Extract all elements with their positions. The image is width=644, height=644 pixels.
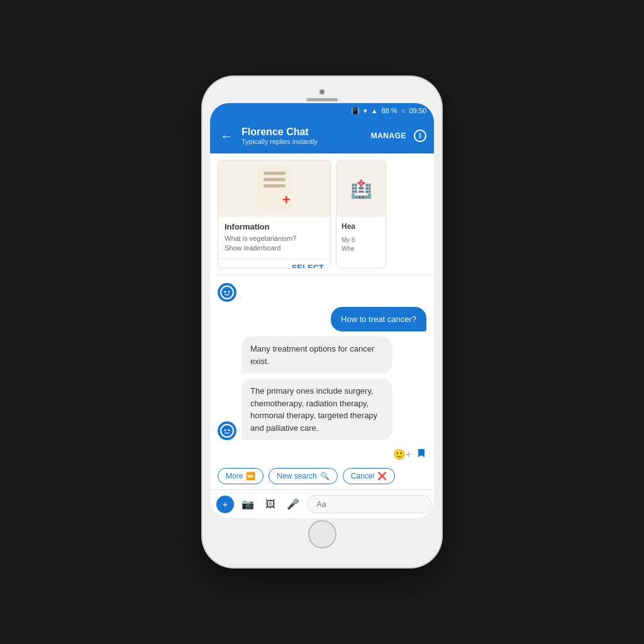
svg-point-2	[228, 291, 230, 292]
vibrate-icon: 📳	[351, 107, 360, 115]
camera-button[interactable]: 📷	[239, 496, 257, 513]
message-input[interactable]	[307, 495, 431, 513]
manage-button[interactable]: MANAGE	[371, 131, 406, 140]
card-label: Information	[218, 217, 330, 234]
bot-avatar	[218, 283, 236, 302]
cancel-button[interactable]: Cancel ❌	[343, 468, 395, 484]
svg-point-0	[221, 286, 233, 299]
phone-shell: 📳 ▾ ▲ 88 % ○ 09:50 ← Florence Chat Typic…	[203, 77, 441, 567]
card-desc-line2: Show leaderboard	[225, 243, 324, 253]
svg-point-4	[225, 430, 226, 431]
back-button[interactable]: ←	[218, 126, 235, 146]
cross-icon: +	[282, 192, 291, 208]
user-message-row: How to treat cancer?	[218, 307, 426, 332]
phone-camera	[319, 89, 325, 94]
new-search-label: New search	[277, 472, 316, 480]
bot-message-row-2: The primary ones include surgery, chemot…	[218, 379, 426, 440]
svg-point-1	[225, 291, 226, 292]
wifi-icon: ▾	[364, 107, 367, 115]
partial-card: 🏥 Hea My b Whe	[336, 160, 386, 269]
health-icon: 🏥	[350, 179, 372, 199]
card-desc: What is vegetarianism? Show leaderboard	[218, 234, 330, 258]
document-icon: +	[257, 167, 292, 211]
battery-level: 88 %	[382, 107, 397, 114]
plus-button[interactable]: +	[216, 496, 234, 513]
more-label: More	[226, 472, 243, 480]
status-bar: 📳 ▾ ▲ 88 % ○ 09:50	[210, 103, 434, 118]
doc-line-3	[264, 184, 286, 187]
svg-point-5	[228, 430, 230, 431]
bookmark-icon[interactable]	[416, 448, 426, 460]
phone-speaker	[306, 98, 338, 101]
emoji-add-icon[interactable]: 🙂+	[393, 448, 411, 460]
phone-bottom-bar	[210, 518, 434, 550]
cancel-label: Cancel	[351, 472, 374, 480]
cancel-icon: ❌	[377, 472, 387, 480]
info-button[interactable]: i	[414, 130, 426, 142]
header-title-area: Florence Chat Typically replies instantl…	[242, 126, 365, 145]
bot-bubble-2: The primary ones include surgery, chemot…	[242, 379, 392, 440]
home-button[interactable]	[308, 520, 336, 548]
more-icon: ⏩	[246, 472, 255, 480]
partial-line2: Whe	[341, 245, 380, 253]
info-icon-label: i	[419, 131, 421, 140]
header-actions: MANAGE i	[371, 130, 426, 142]
chat-area: + Information What is vegetarianism? Sho…	[210, 153, 434, 518]
doc-line-2	[264, 178, 286, 181]
card-image: +	[218, 160, 330, 217]
partial-card-image: 🏥	[336, 160, 386, 217]
bot-bubble-1: Many treatment options for cancer exist.	[242, 336, 392, 374]
user-bubble: How to treat cancer?	[331, 307, 426, 332]
bot-message-row-1: Many treatment options for cancer exist.	[218, 336, 426, 374]
phone-top-bar	[210, 84, 434, 103]
info-card[interactable]: + Information What is vegetarianism? Sho…	[218, 160, 331, 269]
chat-title: Florence Chat	[242, 126, 365, 138]
doc-line-1	[264, 172, 286, 175]
svg-point-3	[221, 425, 233, 437]
card-desc-line1: What is vegetarianism?	[225, 234, 324, 243]
search-icon: 🔍	[320, 472, 330, 480]
phone-screen: 📳 ▾ ▲ 88 % ○ 09:50 ← Florence Chat Typic…	[210, 103, 434, 518]
card-carousel: + Information What is vegetarianism? Sho…	[210, 153, 434, 275]
messages-area: How to treat cancer? Many treatment opti…	[210, 275, 434, 448]
bot-avatar-2	[218, 421, 236, 440]
chat-header: ← Florence Chat Typically replies instan…	[210, 118, 434, 153]
reaction-row: 🙂+	[210, 448, 434, 464]
more-button[interactable]: More ⏩	[218, 468, 264, 484]
bot-avatar-row	[218, 283, 426, 302]
input-bar: + 📷 🖼 🎤 🙂 ≡	[210, 489, 434, 518]
partial-card-label: Hea	[336, 217, 386, 236]
image-button[interactable]: 🖼	[262, 496, 279, 513]
signal-icon: ▲	[371, 107, 378, 114]
florence-icon-2	[219, 423, 235, 438]
card-select-button[interactable]: SELECT	[218, 258, 330, 269]
chat-subtitle: Typically replies instantly	[242, 138, 365, 145]
partial-card-desc: My b Whe	[336, 236, 386, 258]
new-search-button[interactable]: New search 🔍	[269, 468, 337, 484]
mic-button[interactable]: 🎤	[284, 496, 302, 513]
battery-icon: ○	[401, 107, 406, 114]
time: 09:50	[409, 107, 426, 114]
quick-replies: More ⏩ New search 🔍 Cancel ❌	[210, 464, 434, 489]
partial-line1: My b	[341, 236, 380, 245]
florence-icon	[219, 285, 235, 300]
